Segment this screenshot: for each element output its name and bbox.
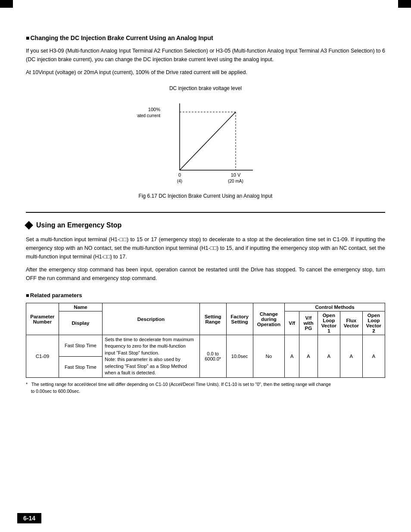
svg-text:Drive rated current: Drive rated current [137, 113, 160, 118]
col-setting-range: SettingRange [199, 303, 226, 335]
emergency-stop-heading: Using an Emergency Stop [26, 221, 385, 229]
dc-injection-para1: If you set H3-09 (Multi-function Analog … [26, 47, 385, 64]
col-vf: V/f [285, 311, 299, 335]
open-loop-vec2-cell: A [362, 335, 385, 378]
factory-setting-cell: 10.0sec [226, 335, 253, 378]
dc-injection-heading: Changing the DC Injection Brake Current … [26, 34, 385, 41]
page-footer: 6-14 [0, 513, 411, 523]
graph-title: DC injection brake voltage level [169, 85, 242, 91]
graph-svg: 100% Drive rated current [137, 95, 274, 190]
flux-vector-cell: A [340, 335, 362, 378]
col-description: Description [103, 303, 199, 335]
col-control-methods: Control Methods [285, 303, 385, 311]
description-cell: Sets the time to decelerate from maximum… [103, 335, 199, 378]
param-number-cell: C1-09 [26, 335, 59, 378]
vf-pg-cell: A [299, 335, 318, 378]
col-flux-vector: FluxVector [340, 311, 362, 335]
top-bar-right [398, 0, 411, 8]
col-display: Display [59, 311, 102, 335]
page-number: 6-14 [17, 513, 41, 523]
section-divider [26, 212, 385, 213]
vf-cell: A [285, 335, 299, 378]
svg-text:(20 mA): (20 mA) [228, 179, 243, 184]
svg-line-4 [180, 112, 236, 170]
svg-text:0: 0 [178, 172, 181, 177]
open-loop-vec1-cell: A [318, 335, 340, 378]
graph-caption: Fig 6.17 DC Injection Brake Current Usin… [139, 193, 273, 199]
emergency-stop-section: Using an Emergency Stop Set a multi-func… [26, 221, 385, 395]
col-name: Name [59, 303, 102, 311]
svg-text:100%: 100% [148, 107, 160, 112]
diamond-icon [25, 221, 33, 230]
col-factory-setting: FactorySetting [226, 303, 253, 335]
dc-injection-para2: At 10Vinput (voltage) or 20mA input (cur… [26, 68, 385, 77]
col-vf-pg: V/f withPG [299, 311, 318, 335]
change-during-op-cell: No [253, 335, 285, 378]
col-open-loop-vec2: OpenLoopVector2 [362, 311, 385, 335]
svg-text:(4): (4) [177, 179, 182, 184]
display2-cell: Fast Stop Time [59, 356, 102, 378]
related-params-heading: Related parameters [26, 292, 385, 299]
emergency-para1: Set a multi-function input terminal (H1-… [26, 235, 385, 261]
svg-text:10  V: 10 V [231, 172, 241, 177]
display1-cell: Fast Stop Time [59, 335, 102, 357]
params-table: ParameterNumber Name Description Setting… [26, 303, 385, 378]
table-footnote: * The setting range for accel/decel time… [26, 381, 385, 395]
top-bar-left [0, 0, 13, 8]
page-container: Changing the DC Injection Brake Current … [0, 0, 411, 532]
graph-container: DC injection brake voltage level 100% Dr… [26, 85, 385, 199]
col-change-during-op: ChangeduringOperation [253, 303, 285, 335]
col-open-loop-vec1: OpenLoopVector1 [318, 311, 340, 335]
col-param-number: ParameterNumber [26, 303, 59, 335]
emergency-para2: After the emergency stop command has bee… [26, 265, 385, 283]
setting-range-cell: 0.0 to6000.0* [199, 335, 226, 378]
